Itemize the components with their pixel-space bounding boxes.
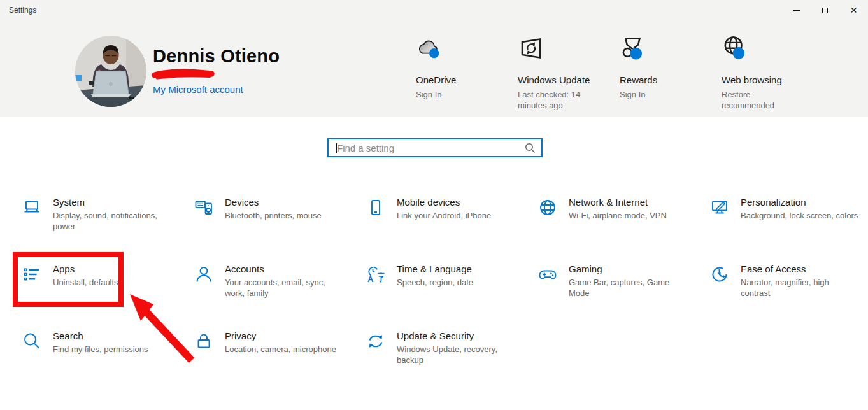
system-laptop-icon [22, 198, 41, 217]
devices-peripherals-icon [194, 198, 213, 217]
search-box [327, 138, 543, 157]
category-tile-search[interactable]: Search Find my files, permissions [14, 330, 148, 355]
header-tile-title: Rewards [620, 74, 716, 85]
personalization-monitor-icon [710, 198, 729, 217]
category-tile-ease-of-access[interactable]: Ease of Access Narrator, magnifier, high… [702, 263, 858, 299]
window-controls: ✕ [782, 0, 868, 20]
header-tile-subtitle: Sign In [620, 89, 697, 100]
apps-list-icon [22, 265, 41, 284]
web-browsing-globe-icon [722, 35, 748, 62]
header-tile-rewards[interactable]: Rewards Sign In [620, 35, 716, 100]
category-subtitle: Uninstall, defaults [53, 277, 118, 288]
search-magnifier-icon [22, 332, 41, 351]
category-subtitle: Your accounts, email, sync, work, family [225, 277, 336, 299]
category-title: Apps [53, 263, 118, 275]
category-tile-update-security[interactable]: Update & Security Windows Update, recove… [358, 330, 515, 365]
header-tile-title: OneDrive [416, 74, 513, 85]
category-tile-gaming[interactable]: Gaming Game Bar, captures, Game Mode [530, 263, 677, 299]
category-title: Search [53, 330, 148, 342]
category-title: Privacy [225, 330, 336, 342]
category-subtitle: Display, sound, notifications, power [53, 210, 171, 232]
header-tile-subtitle: Restore recommended [722, 89, 799, 111]
category-subtitle: Find my files, permissions [53, 344, 148, 355]
category-tile-mobile-devices[interactable]: Mobile devices Link your Android, iPhone [358, 196, 491, 221]
close-icon: ✕ [850, 6, 858, 15]
text-caret [336, 143, 337, 153]
category-title: Accounts [225, 263, 336, 275]
category-title: Update & Security [397, 330, 515, 342]
microsoft-account-link[interactable]: My Microsoft account [153, 84, 243, 95]
minimize-icon [793, 10, 800, 11]
onedrive-cloud-icon [416, 35, 443, 62]
category-subtitle: Narrator, magnifier, high contrast [741, 277, 858, 299]
svg-text:A: A [367, 274, 374, 284]
minimize-button[interactable] [782, 0, 811, 20]
header-tile-windows-update[interactable]: Windows Update Last checked: 14 minutes … [518, 35, 615, 111]
category-title: Network & Internet [569, 196, 667, 208]
category-subtitle: Game Bar, captures, Game Mode [569, 277, 677, 299]
header-tile-title: Web browsing [722, 74, 818, 85]
category-title: Personalization [741, 196, 858, 208]
category-subtitle: Speech, region, date [397, 277, 473, 288]
rewards-medal-icon [620, 35, 646, 62]
header-tile-subtitle: Last checked: 14 minutes ago [518, 89, 595, 111]
category-tile-accounts[interactable]: Accounts Your accounts, email, sync, wor… [186, 263, 336, 299]
category-title: Time & Language [397, 263, 473, 275]
avatar-photo [75, 36, 146, 107]
header-tile-web-browsing[interactable]: Web browsing Restore recommended [722, 35, 818, 111]
header-tile-subtitle: Sign In [416, 89, 494, 100]
category-tile-network[interactable]: Network & Internet Wi-Fi, airplane mode,… [530, 196, 667, 221]
search-icon [525, 143, 536, 153]
network-globe-icon [538, 198, 557, 217]
category-subtitle: Link your Android, iPhone [397, 210, 491, 221]
update-security-icon [366, 332, 385, 351]
category-subtitle: Location, camera, microphone [225, 344, 336, 355]
category-title: System [53, 196, 171, 208]
header-tile-title: Windows Update [518, 74, 615, 85]
category-tile-devices[interactable]: Devices Bluetooth, printers, mouse [186, 196, 322, 221]
category-tile-privacy[interactable]: Privacy Location, camera, microphone [186, 330, 336, 355]
category-subtitle: Wi-Fi, airplane mode, VPN [569, 210, 667, 221]
category-subtitle: Background, lock screen, colors [741, 210, 858, 221]
category-title: Gaming [569, 263, 677, 275]
window-title: Settings [9, 6, 36, 15]
search-input[interactable] [329, 139, 525, 156]
privacy-lock-icon [194, 332, 213, 351]
windows-update-icon [518, 35, 544, 62]
category-title: Ease of Access [741, 263, 858, 275]
mobile-phone-icon [366, 198, 385, 217]
restore-button[interactable] [811, 0, 839, 20]
profile-name: Dennis Otieno [153, 46, 280, 67]
category-title: Mobile devices [397, 196, 491, 208]
category-tile-time-language[interactable]: A Time & Language Speech, region, date [358, 263, 473, 288]
category-tile-apps[interactable]: Apps Uninstall, defaults [14, 263, 118, 288]
header-tile-onedrive[interactable]: OneDrive Sign In [416, 35, 513, 100]
close-button[interactable]: ✕ [839, 0, 868, 20]
accounts-person-icon [194, 265, 213, 284]
category-subtitle: Bluetooth, printers, mouse [225, 210, 322, 221]
ease-of-access-icon [710, 265, 729, 284]
category-tile-system[interactable]: System Display, sound, notifications, po… [14, 196, 171, 232]
category-subtitle: Windows Update, recovery, backup [397, 344, 515, 365]
restore-icon [822, 8, 828, 13]
gaming-gamepad-icon [538, 265, 557, 284]
category-tile-personalization[interactable]: Personalization Background, lock screen,… [702, 196, 858, 221]
time-language-icon: A [366, 265, 385, 284]
category-title: Devices [225, 196, 322, 208]
avatar[interactable] [75, 36, 146, 107]
